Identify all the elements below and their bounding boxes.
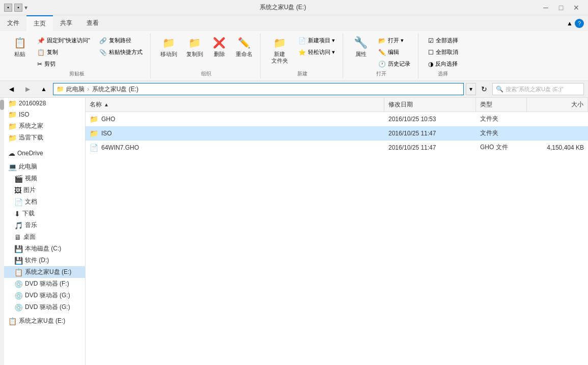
folder-icon-iso: 📁 xyxy=(8,110,17,119)
col-name[interactable]: 名称 ▲ xyxy=(86,98,384,111)
sidebar-label-diskd: 软件 (D:) xyxy=(25,256,49,265)
paste-button[interactable]: 📋 粘贴 xyxy=(8,33,32,60)
file-row-gho[interactable]: 📁 GHO 2016/10/25 10:53 文件夹 xyxy=(86,112,588,126)
file-cell-iso-size xyxy=(527,126,588,140)
history-button[interactable]: 🕐 历史记录 xyxy=(375,59,414,69)
open-items: 🔧 属性 📂 打开 ▾ ✏️ 编辑 🕐 历史记录 xyxy=(349,33,414,69)
sidebar-label-diskc: 本地磁盘 (C:) xyxy=(25,244,61,253)
sidebar-item-docs[interactable]: 📄 文档 xyxy=(4,196,85,208)
sidebar-item-onedrive[interactable]: ☁ OneDrive xyxy=(4,148,85,159)
col-size-label: 大小 xyxy=(571,100,583,109)
file-icon-iso: 📁 xyxy=(90,129,98,137)
sidebar-scroll[interactable]: 📁 20160928 📁 ISO 📁 系统之家 📁 迅雷下载 ☁ xyxy=(4,98,85,365)
easyaccess-button[interactable]: ⭐ 轻松访问 ▾ xyxy=(295,47,339,58)
pin-button[interactable]: 📌 固定到"快速访问" xyxy=(34,35,94,46)
diskd-icon: 💾 xyxy=(14,257,23,265)
file-type-gho: 文件夹 xyxy=(480,115,498,123)
move-button[interactable]: 📁 移动到 xyxy=(157,33,181,60)
sidebar-label-diskf: DVD 驱动器 (F:) xyxy=(25,279,69,288)
invertselect-icon: ◑ xyxy=(428,61,433,68)
tab-file[interactable]: 文件 xyxy=(0,15,26,31)
address-dropdown[interactable]: ▾ xyxy=(466,83,476,95)
folder-icon-sys: 📁 xyxy=(8,122,17,130)
maximize-button[interactable]: □ xyxy=(553,3,569,13)
sidebar-item-sysusbbot[interactable]: 📋 系统之家U盘 (E:) xyxy=(4,315,85,327)
newitem-icon: 📄 xyxy=(298,37,306,44)
newitem-button[interactable]: 📄 新建项目 ▾ xyxy=(295,35,339,46)
copypath-button[interactable]: 🔗 复制路径 xyxy=(96,35,146,46)
sidebar-item-video[interactable]: 🎬 视频 xyxy=(4,173,85,184)
sidebar-item-diske[interactable]: 📋 系统之家U盘 (E:) xyxy=(4,266,85,278)
refresh-button[interactable]: ↻ xyxy=(478,83,490,95)
sidebar-item-diskf[interactable]: 💿 DVD 驱动器 (F:) xyxy=(4,278,85,290)
file-cell-iso-type: 文件夹 xyxy=(476,126,527,140)
deselectall-button[interactable]: ☐ 全部取消 xyxy=(425,47,462,58)
breadcrumb-drive[interactable]: 系统之家U盘 (E:) xyxy=(92,86,138,93)
sidebar-item-desktop[interactable]: 🖥 桌面 xyxy=(4,231,85,243)
back-button[interactable]: ◀ xyxy=(4,83,18,95)
pasteshortcut-label: 粘贴快捷方式 xyxy=(109,48,143,56)
open-icon: 📂 xyxy=(378,37,386,44)
sidebar-item-sys[interactable]: 📁 系统之家 xyxy=(4,120,85,132)
col-date[interactable]: 修改日期 xyxy=(384,98,476,111)
copy-button[interactable]: 📋 复制 xyxy=(34,47,94,58)
cut-icon: ✂ xyxy=(37,61,42,68)
pasteshortcut-button[interactable]: 📎 粘贴快捷方式 xyxy=(96,47,146,58)
copyto-button[interactable]: 📁 复制到 xyxy=(183,33,207,60)
downloads-icon: ⬇ xyxy=(14,210,20,218)
search-placeholder: 搜索"系统之家U盘 (E:)" xyxy=(506,86,564,93)
sidebar-item-images[interactable]: 🖼 图片 xyxy=(4,184,85,196)
select-label: 选择 xyxy=(438,69,448,78)
file-type-iso: 文件夹 xyxy=(480,129,498,137)
sidebar-item-iso[interactable]: 📁 ISO xyxy=(4,109,85,120)
col-size[interactable]: 大小 xyxy=(527,98,588,111)
sidebar-item-thunder[interactable]: 📁 迅雷下载 xyxy=(4,132,85,144)
edit-button[interactable]: ✏️ 编辑 xyxy=(375,47,414,58)
tab-share[interactable]: 共享 xyxy=(53,15,79,31)
tab-home[interactable]: 主页 xyxy=(26,15,53,31)
cut-button[interactable]: ✂ 剪切 xyxy=(34,59,94,69)
file-size-64win7: 4,150,404 KB xyxy=(547,144,584,151)
sidebar-item-downloads[interactable]: ⬇ 下载 xyxy=(4,208,85,219)
up-button[interactable]: ▲ xyxy=(37,83,51,95)
address-input[interactable]: 📁 此电脑 › 系统之家U盘 (E:) xyxy=(53,83,464,95)
search-box[interactable]: 🔍 搜索"系统之家U盘 (E:)" xyxy=(492,83,584,95)
newfolder-icon: 📁 xyxy=(272,36,287,50)
sidebar-label-thunder: 迅雷下载 xyxy=(19,133,43,142)
file-cell-64win7-type: GHO 文件 xyxy=(476,141,527,154)
sidebar-label-docs: 文档 xyxy=(25,198,37,206)
sidebar-item-diskd[interactable]: 💾 软件 (D:) xyxy=(4,255,85,266)
breadcrumb: 此电脑 › 系统之家U盘 (E:) xyxy=(66,85,138,94)
invertselect-button[interactable]: ◑ 反向选择 xyxy=(425,59,462,69)
sidebar-item-diskg[interactable]: 💿 DVD 驱动器 (G:) xyxy=(4,290,85,301)
history-label: 历史记录 xyxy=(388,60,410,68)
ribbon-collapse-button[interactable]: ▲ xyxy=(567,20,573,27)
minimize-button[interactable]: ─ xyxy=(538,3,553,13)
col-type[interactable]: 类型 xyxy=(476,98,527,111)
file-row-64win7[interactable]: 📄 64WIN7.GHO 2016/10/25 11:47 GHO 文件 4,1… xyxy=(86,141,588,155)
selectall-button[interactable]: ☑ 全部选择 xyxy=(425,35,462,46)
newitem-label: 新建项目 ▾ xyxy=(308,37,335,44)
desktop-icon: 🖥 xyxy=(14,233,21,241)
properties-button[interactable]: 🔧 属性 xyxy=(349,33,373,60)
newfolder-button[interactable]: 📁 新建文件夹 xyxy=(267,33,293,67)
sidebar-item-diskc[interactable]: 💾 本地磁盘 (C:) xyxy=(4,243,85,255)
copypath-icon: 🔗 xyxy=(99,37,107,44)
open-small-stack: 📂 打开 ▾ ✏️ 编辑 🕐 历史记录 xyxy=(375,33,414,69)
rename-button[interactable]: ✏️ 重命名 xyxy=(232,33,256,60)
breadcrumb-thispc[interactable]: 此电脑 xyxy=(66,86,85,93)
sidebar-item-20160928[interactable]: 📁 20160928 xyxy=(4,98,85,109)
sidebar-item-diskg2[interactable]: 💿 DVD 驱动器 (G:) xyxy=(4,301,85,313)
open-button[interactable]: 📂 打开 ▾ xyxy=(375,35,414,46)
diskf-icon: 💿 xyxy=(14,280,23,288)
delete-button[interactable]: ❌ 删除 xyxy=(209,33,230,60)
help-button[interactable]: ? xyxy=(575,19,584,28)
sidebar-item-thispc[interactable]: 💻 此电脑 xyxy=(4,161,85,173)
video-icon: 🎬 xyxy=(14,175,23,183)
sidebar-item-music[interactable]: 🎵 音乐 xyxy=(4,219,85,231)
tab-view[interactable]: 查看 xyxy=(79,15,106,31)
forward-button[interactable]: ▶ xyxy=(20,83,35,95)
close-button[interactable]: ✕ xyxy=(569,3,584,13)
file-row-iso[interactable]: 📁 ISO 2016/10/25 11:47 文件夹 xyxy=(86,126,588,141)
window-controls: ─ □ ✕ xyxy=(538,3,584,13)
